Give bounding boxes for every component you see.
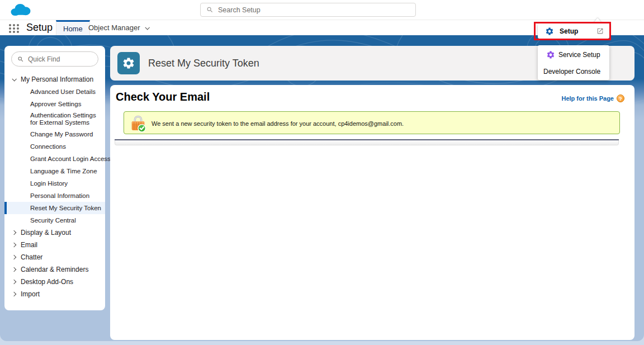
sidebar-item-change-my-password[interactable]: Change My Password <box>4 128 105 140</box>
sidebar-item-email[interactable]: Email <box>4 239 105 251</box>
chevron-right-icon <box>12 255 16 259</box>
main-content-card: Check Your Email Help for this Page ? We… <box>110 85 634 340</box>
app-launcher-icon[interactable] <box>9 24 11 26</box>
sidebar-item-display-layout[interactable]: Display & Layout <box>4 226 105 239</box>
sidebar-item-connections[interactable]: Connections <box>4 140 105 153</box>
setup-tile <box>117 52 140 74</box>
help-for-this-page-link[interactable]: Help for this Page <box>561 95 614 102</box>
sidebar-item-calendar-reminders[interactable]: Calendar & Reminders <box>4 263 105 276</box>
page-title: Reset My Security Token <box>148 46 259 81</box>
sidebar-item-security-central[interactable]: Security Central <box>4 214 105 226</box>
help-question-icon[interactable]: ? <box>617 94 624 102</box>
sidebar-item-chatter[interactable]: Chatter <box>4 251 105 263</box>
menu-item-setup[interactable]: Setup <box>538 23 609 39</box>
sidebar-item-language-time-zone[interactable]: Language & Time Zone <box>4 165 105 177</box>
salesforce-logo <box>9 2 32 21</box>
gear-icon-purple <box>546 50 555 59</box>
sidebar-item-reset-my-security-token[interactable]: Reset My Security Token <box>4 202 105 214</box>
global-header: ? <box>0 0 644 20</box>
notice-text: We sent a new security token to the emai… <box>151 112 404 135</box>
setup-tree: My Personal Information Advanced User De… <box>4 73 105 300</box>
sidebar-item-grant-account-login-access[interactable]: Grant Account Login Access <box>4 153 105 165</box>
app-name: Setup <box>26 22 53 34</box>
help-for-this-page: Help for this Page ? <box>561 94 624 102</box>
chevron-right-icon <box>12 243 16 247</box>
security-token-notice: We sent a new security token to the emai… <box>124 111 620 134</box>
quick-find <box>11 51 98 67</box>
quick-find-input[interactable] <box>28 55 98 63</box>
sidebar-item-import[interactable]: Import <box>4 288 105 300</box>
sidebar-item-login-history[interactable]: Login History <box>4 177 105 190</box>
chevron-down-icon <box>145 25 149 30</box>
search-icon <box>206 6 214 13</box>
setup-menu-panel: Service Setup Developer Console <box>538 45 609 80</box>
lock-check-icon <box>129 114 147 133</box>
setup-sidebar: My Personal Information Advanced User De… <box>4 46 105 310</box>
search-icon <box>17 56 24 63</box>
menu-item-developer-console[interactable]: Developer Console <box>538 64 609 79</box>
tab-object-manager[interactable]: Object Manager <box>82 20 155 35</box>
check-your-email-heading: Check Your Email <box>116 91 210 103</box>
section-divider-bar <box>115 139 619 145</box>
menu-item-service-setup[interactable]: Service Setup <box>538 45 609 64</box>
chevron-right-icon <box>12 230 16 235</box>
chevron-down-icon <box>12 77 16 81</box>
sidebar-item-authentication-settings[interactable]: Authentication Settings for External Sys… <box>4 110 105 128</box>
gear-icon <box>122 56 135 70</box>
sidebar-item-personal-information[interactable]: Personal Information <box>4 190 105 202</box>
gear-icon-blue <box>545 27 554 36</box>
sidebar-item-desktop-add-ons[interactable]: Desktop Add-Ons <box>4 276 105 288</box>
sidebar-item-approver-settings[interactable]: Approver Settings <box>4 98 105 110</box>
search-setup-input[interactable] <box>218 4 415 16</box>
chevron-right-icon <box>12 292 16 296</box>
sidebar-item-my-personal-information[interactable]: My Personal Information <box>4 73 105 86</box>
sidebar-item-advanced-user-details[interactable]: Advanced User Details <box>4 86 105 98</box>
global-search <box>200 3 416 17</box>
chevron-right-icon <box>12 280 16 284</box>
dropdown-notch <box>593 18 602 23</box>
external-link-icon <box>596 27 604 35</box>
chevron-right-icon <box>12 267 16 272</box>
